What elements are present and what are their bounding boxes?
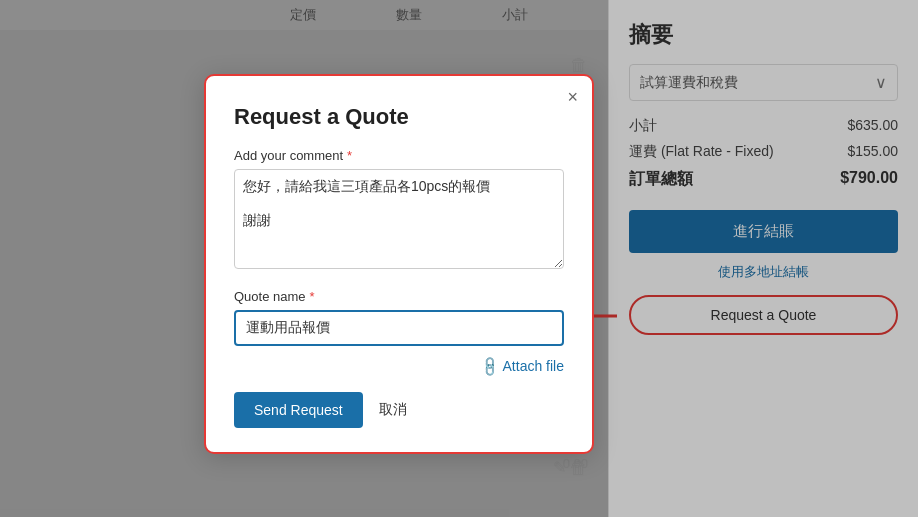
comment-label: Add your comment * (234, 148, 564, 163)
comment-textarea[interactable]: 您好，請給我這三項產品各10pcs的報價 謝謝 (234, 169, 564, 269)
quote-name-label: Quote name * (234, 289, 564, 304)
comment-required-star: * (347, 148, 352, 163)
close-button[interactable]: × (567, 88, 578, 106)
attach-file-row: 🔗 Attach file (234, 358, 564, 374)
request-quote-modal: × Request a Quote Add your comment * 您好，… (204, 74, 594, 454)
attach-file-label: Attach file (503, 358, 564, 374)
cancel-link[interactable]: 取消 (379, 401, 407, 419)
quote-name-required-star: * (310, 289, 315, 304)
modal-actions: Send Request 取消 (234, 392, 564, 428)
modal-title: Request a Quote (234, 104, 564, 130)
quote-name-input[interactable] (234, 310, 564, 346)
modal-overlay: × Request a Quote Add your comment * 您好，… (0, 0, 918, 517)
paperclip-icon: 🔗 (477, 354, 500, 377)
send-request-button[interactable]: Send Request (234, 392, 363, 428)
attach-file-link[interactable]: 🔗 Attach file (481, 358, 564, 374)
